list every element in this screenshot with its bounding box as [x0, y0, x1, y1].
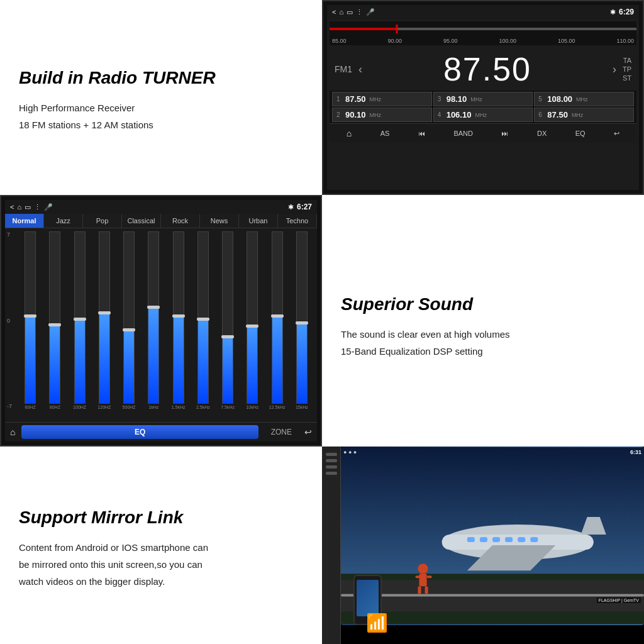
radio-text-section: Build in Radio TURNER High Performance R…	[0, 0, 322, 195]
fm-band-button[interactable]: BAND	[450, 128, 477, 138]
eq-slider-handle-0[interactable]	[24, 314, 36, 318]
eq-slider-col-1[interactable]: 80HZ	[43, 231, 66, 409]
radio-status-bar: < ⌂ ▭ ⋮ 🎤 ✱ 6:29	[327, 5, 639, 19]
freq-label-1: 85.00	[332, 38, 347, 44]
eq-slider-track-1	[49, 231, 60, 404]
eq-home-button[interactable]: ⌂	[10, 427, 15, 437]
fm-prev-button[interactable]: ⏮	[414, 128, 429, 138]
menu-icon[interactable]: ⋮	[356, 8, 363, 16]
eq-tab-news[interactable]: News	[200, 214, 239, 228]
eq-slider-col-0[interactable]: 60HZ	[19, 231, 42, 409]
car-unit-side	[322, 447, 341, 644]
window-icon[interactable]: ▭	[347, 8, 353, 16]
mirror-line2: be mirrored onto this unit screen,so you…	[19, 556, 309, 573]
eq-tab-normal[interactable]: Normal	[5, 214, 44, 228]
ta-label: TA	[623, 57, 631, 64]
preset-3[interactable]: 3 98.10 MHz	[433, 92, 533, 106]
eq-tab-rock[interactable]: Rock	[161, 214, 200, 228]
eq-slider-track-9	[247, 231, 258, 404]
eq-slider-handle-10[interactable]	[271, 314, 284, 318]
eq-eq-button[interactable]: EQ	[21, 425, 258, 439]
fm-eq-button[interactable]: EQ	[572, 128, 589, 138]
car-side-btn-2	[326, 459, 337, 462]
sound-body: The sound is clear even at high volumes …	[341, 326, 631, 360]
eq-slider-handle-3[interactable]	[98, 311, 111, 314]
svg-rect-16	[415, 575, 420, 578]
eq-mic-nav-icon[interactable]: 🎤	[44, 203, 53, 211]
radio-line2: 18 FM stations + 12 AM stations	[19, 116, 309, 133]
preset-4[interactable]: 4 106.10 MHz	[433, 108, 533, 122]
eq-slider-handle-11[interactable]	[296, 321, 308, 325]
freq-label-6: 110.00	[616, 38, 634, 44]
eq-back-button[interactable]: ↩	[304, 427, 312, 437]
eq-slider-handle-5[interactable]	[147, 306, 160, 309]
eq-slider-handle-1[interactable]	[48, 323, 61, 326]
eq-slider-col-10[interactable]: 12.5kHz	[266, 231, 289, 409]
eq-slider-handle-7[interactable]	[197, 318, 209, 321]
eq-slider-col-9[interactable]: 10kHz	[241, 231, 264, 409]
mic-icon[interactable]: 🎤	[366, 8, 375, 16]
eq-slider-fill-0	[25, 318, 35, 403]
eq-slider-col-4[interactable]: 500HZ	[118, 231, 140, 409]
eq-menu-nav-icon[interactable]: ⋮	[34, 203, 41, 211]
mirror-title: Support Mirror Link	[19, 508, 309, 528]
eq-slider-col-2[interactable]: 100HZ	[69, 231, 91, 409]
eq-slider-handle-6[interactable]	[172, 314, 185, 318]
eq-tab-jazz[interactable]: Jazz	[44, 214, 83, 228]
airplane-clock: 6:31	[630, 449, 641, 455]
eq-slider-col-6[interactable]: 1.5kHz	[167, 231, 190, 409]
fm-next-button[interactable]: ⏭	[497, 128, 512, 138]
sound-line2: 15-Band Equalization DSP setting	[341, 343, 631, 360]
fm-band: FM1	[335, 64, 352, 74]
fm-ta-tp-st: TA TP ST	[623, 57, 631, 82]
eq-tab-classical[interactable]: Classical	[122, 214, 161, 228]
eq-slider-fill-8	[223, 338, 233, 403]
freq-label-5: 105.00	[558, 38, 575, 44]
eq-slider-fill-7	[198, 321, 208, 403]
home-icon[interactable]: ⌂	[339, 8, 343, 16]
fm-as-button[interactable]: AS	[377, 128, 394, 138]
eq-slider-track-2	[74, 231, 86, 404]
preset-1[interactable]: 1 87.50 MHz	[332, 92, 432, 106]
eq-back-nav-icon[interactable]: <	[10, 203, 14, 211]
eq-system-icons: ✱ 6:27	[288, 203, 312, 211]
eq-tab-pop[interactable]: Pop	[83, 214, 122, 228]
preset-2[interactable]: 2 90.10 MHz	[332, 108, 432, 122]
svg-rect-11	[505, 537, 513, 542]
car-side-btn-4	[326, 472, 337, 475]
eq-slider-fill-1	[50, 326, 60, 403]
fm-next-arrow[interactable]: ›	[606, 63, 623, 76]
eq-slider-label-1: 80HZ	[50, 405, 60, 409]
eq-slider-label-5: 1kHz	[148, 405, 158, 409]
fm-home-button[interactable]: ⌂	[343, 127, 355, 140]
eq-slider-fill-10	[272, 318, 282, 403]
fm-back-button[interactable]: ↩	[610, 128, 623, 139]
eq-slider-col-8[interactable]: 7.5kHz	[216, 231, 239, 409]
eq-slider-col-7[interactable]: 2.5kHz	[192, 231, 214, 409]
back-icon[interactable]: <	[332, 8, 336, 16]
eq-slider-col-5[interactable]: 1kHz	[142, 231, 165, 409]
eq-slider-track-6	[173, 231, 184, 404]
fm-prev-arrow[interactable]: ‹	[352, 63, 369, 76]
svg-rect-15	[419, 574, 427, 586]
fm-dx-button[interactable]: DX	[533, 128, 550, 138]
eq-slider-col-3[interactable]: 120HZ	[93, 231, 116, 409]
eq-slider-handle-8[interactable]	[221, 335, 234, 338]
eq-slider-handle-9[interactable]	[246, 325, 258, 328]
eq-slider-handle-2[interactable]	[74, 318, 86, 321]
eq-tab-techno[interactable]: Techno	[278, 214, 317, 228]
eq-slider-track-5	[148, 231, 159, 404]
mirror-line3: watch videos on the bigger display.	[19, 573, 309, 590]
eq-slider-label-11: 15kHz	[296, 405, 308, 409]
svg-rect-19	[425, 586, 428, 594]
preset-5[interactable]: 5 108.00 MHz	[534, 92, 634, 106]
preset-6[interactable]: 6 87.50 MHz	[534, 108, 634, 122]
eq-slider-col-11[interactable]: 15kHz	[291, 231, 313, 409]
eq-slider-fill-5	[148, 309, 158, 403]
eq-slider-handle-4[interactable]	[123, 328, 135, 331]
eq-slider-track-10	[272, 231, 283, 404]
eq-tab-urban[interactable]: Urban	[239, 214, 278, 228]
eq-home-nav-icon[interactable]: ⌂	[17, 203, 21, 211]
eq-window-nav-icon[interactable]: ▭	[25, 203, 31, 211]
eq-slider-label-7: 2.5kHz	[196, 405, 210, 409]
